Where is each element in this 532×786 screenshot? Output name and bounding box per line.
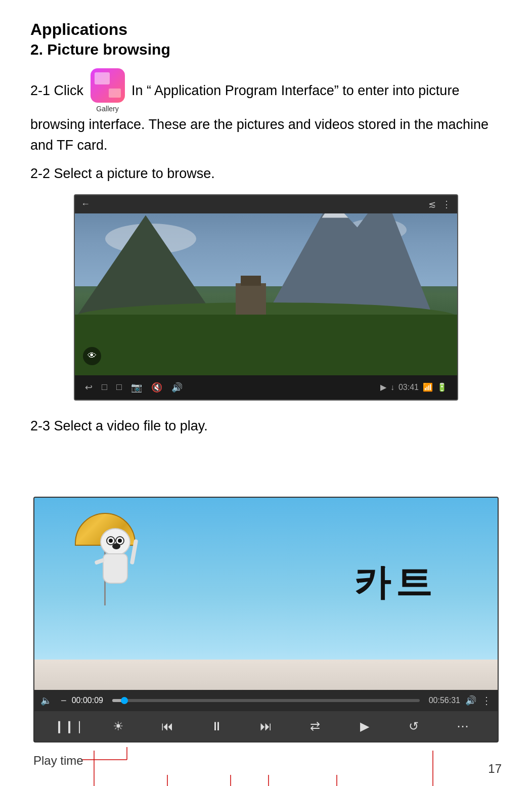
topbar-actions: ≲ ⋮ xyxy=(428,199,451,210)
repeat-button[interactable]: ↺ xyxy=(403,715,425,737)
char-arm-right xyxy=(130,539,139,565)
play-time-annotation: Play time xyxy=(33,754,83,768)
korean-title-text: 카트 xyxy=(354,558,437,607)
share-icon: ≲ xyxy=(428,199,436,210)
section-title: 2. Picture browsing xyxy=(30,41,502,58)
total-time-display: 00:56:31 xyxy=(425,696,460,705)
picture-browser-screenshot: ← ≲ ⋮ 👁 ↩ □ □ 📷 🔇 🔊 ▶ ↓ 03:41 📶 🔋 xyxy=(74,194,458,401)
vol-up-icon: 🔊 xyxy=(171,382,183,393)
page-number: 17 xyxy=(488,762,502,776)
para-2-1: 2-1 Click Gallery In “ Application Progr… xyxy=(30,68,502,155)
volume-icon-left: 🔈 xyxy=(40,695,56,706)
nav-icons: ↩ □ □ 📷 🔇 🔊 xyxy=(85,382,183,393)
home-nav-icon: □ xyxy=(102,382,107,392)
pause-button[interactable]: ⏸ xyxy=(206,715,228,737)
video-content-area: 카트 xyxy=(34,498,498,690)
more-button[interactable]: ⋯ xyxy=(452,715,474,737)
download-icon: ↓ xyxy=(390,383,394,392)
progress-thumb xyxy=(121,697,128,704)
char-body xyxy=(103,553,128,584)
back-nav-icon: ↩ xyxy=(85,382,93,393)
video-ground xyxy=(34,660,498,690)
page-title: Applications xyxy=(30,20,502,39)
castle xyxy=(236,283,266,319)
status-icons: ▶ ↓ 03:41 📶 🔋 xyxy=(380,382,447,392)
para-2-3: 2-3 Select a video file to play. xyxy=(30,416,502,436)
video-player: 카트 🔈 − 00:00:09 00:56:31 🔊 ⋮ ❙❙❘ ☀ ⏮ ⏸ ⏭… xyxy=(33,497,499,743)
wifi-icon: 📶 xyxy=(423,382,433,392)
time-display: 03:41 xyxy=(398,383,419,392)
volume-icon-right: 🔊 xyxy=(465,695,476,706)
previous-button[interactable]: ⏮ xyxy=(156,715,179,737)
battery-icon: 🔋 xyxy=(437,382,447,392)
annotation-lines xyxy=(33,745,499,786)
recents-nav-icon: □ xyxy=(116,382,122,392)
progress-track[interactable] xyxy=(112,699,420,702)
menu-icon: ⋮ xyxy=(442,199,451,210)
para-prefix: 2-1 Click xyxy=(30,83,83,98)
topbar-back-icon: ← xyxy=(81,199,90,209)
vol-mute-icon: 🔇 xyxy=(151,382,162,393)
gallery-icon: Gallery xyxy=(91,68,125,114)
char-arm-left xyxy=(94,558,105,565)
trees xyxy=(75,315,457,375)
camera-icon: 📷 xyxy=(131,382,142,393)
current-time-display: 00:00:09 xyxy=(72,696,107,705)
video-progress-bar: 🔈 − 00:00:09 00:56:31 🔊 ⋮ xyxy=(34,690,498,711)
volume-minus: − xyxy=(61,695,67,707)
char-head xyxy=(100,528,130,556)
playlist-button[interactable]: ▶ xyxy=(353,715,376,737)
character xyxy=(90,528,141,599)
play-icon-status: ▶ xyxy=(380,382,386,392)
para-2-2: 2-2 Select a picture to browse. xyxy=(30,163,502,184)
next-button[interactable]: ⏭ xyxy=(255,715,277,737)
video-controls-bar: ❙❙❘ ☀ ⏮ ⏸ ⏭ ⇄ ▶ ↺ ⋯ xyxy=(34,711,498,741)
screenshot-topbar: ← ≲ ⋮ xyxy=(75,195,457,213)
brightness-button[interactable]: ☀ xyxy=(107,715,129,737)
picture-display: 👁 xyxy=(75,213,457,375)
gallery-label: Gallery xyxy=(96,104,118,114)
shuffle-button[interactable]: ⇄ xyxy=(304,715,326,737)
video-diagram: Schedule 카트 xyxy=(33,497,499,786)
annotations-area: Play time Volume Total time Previous Pla… xyxy=(33,745,499,786)
equalizer-button[interactable]: ❙❙❘ xyxy=(58,715,80,737)
char-nose xyxy=(112,543,120,549)
overlay-icon: 👁 xyxy=(83,347,101,365)
screenshot-bottombar: ↩ □ □ 📷 🔇 🔊 ▶ ↓ 03:41 📶 🔋 xyxy=(75,375,457,400)
volume-dots: ⋮ xyxy=(481,694,492,707)
